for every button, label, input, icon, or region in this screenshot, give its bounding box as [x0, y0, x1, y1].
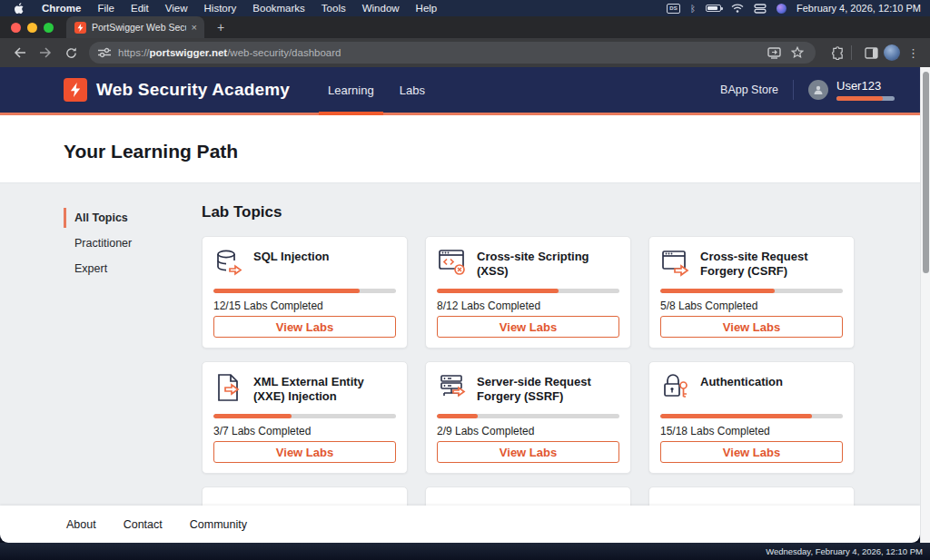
view-labs-button[interactable]: View Labs — [660, 316, 843, 338]
menu-view[interactable]: View — [157, 3, 196, 14]
siri-icon[interactable] — [777, 4, 787, 14]
database-arrow-icon — [213, 247, 244, 278]
side-panel-icon[interactable] — [862, 44, 880, 62]
document-arrow-icon — [213, 372, 244, 403]
progress-bar — [213, 414, 396, 418]
screen: Chrome File Edit View History Bookmarks … — [0, 0, 930, 560]
bottom-status-bar: Wednesday, February 4, 2026, 12:10 PM — [0, 543, 930, 560]
user-progress-bar — [836, 96, 895, 101]
menu-file[interactable]: File — [89, 3, 123, 14]
menu-tools[interactable]: Tools — [313, 3, 354, 14]
view-labs-button[interactable]: View Labs — [437, 316, 619, 338]
apple-menu-icon[interactable] — [15, 3, 25, 15]
browser-tab[interactable]: PortSwigger Web Security × — [66, 16, 204, 38]
card-partial — [648, 486, 855, 506]
view-labs-button[interactable]: View Labs — [213, 316, 396, 338]
browser-arrow-icon — [660, 247, 691, 278]
footer-link-about[interactable]: About — [66, 518, 96, 531]
control-center-icon[interactable] — [754, 4, 767, 14]
view-labs-button[interactable]: View Labs — [660, 441, 843, 463]
wifi-icon[interactable] — [731, 4, 744, 13]
nav-labs[interactable]: Labs — [387, 67, 438, 113]
progress-label: 8/12 Labs Completed — [437, 300, 619, 312]
progress-label: 15/18 Labs Completed — [660, 425, 843, 437]
macos-menu-bar: Chrome File Edit View History Bookmarks … — [0, 0, 930, 16]
scrollbar-thumb[interactable] — [923, 72, 929, 273]
site-nav: Learning Labs — [315, 67, 438, 113]
nav-learning[interactable]: Learning — [315, 67, 387, 113]
progress-bar — [437, 289, 619, 293]
browser-profile-avatar[interactable] — [884, 44, 900, 61]
menu-chrome[interactable]: Chrome — [34, 3, 89, 14]
back-icon[interactable] — [10, 43, 30, 63]
main-content: All Topics Practitioner Expert Lab Topic… — [0, 183, 920, 506]
lab-topics-grid: SQL Injection 12/15 Labs Completed View … — [202, 236, 920, 506]
footer-link-contact[interactable]: Contact — [124, 518, 163, 531]
input-source-icon[interactable]: DS — [667, 4, 680, 14]
card-authentication: Authentication 15/18 Labs Completed View… — [648, 361, 855, 474]
card-partial — [202, 486, 408, 506]
tab-close-icon[interactable]: × — [192, 23, 197, 33]
browser-code-error-icon — [437, 247, 468, 278]
sidebar-item-practitioner[interactable]: Practitioner — [64, 231, 202, 256]
view-labs-button[interactable]: View Labs — [437, 441, 619, 463]
url-text: https://portswigger.net/web-security/das… — [118, 47, 759, 58]
lock-key-icon — [660, 372, 691, 403]
progress-bar — [213, 289, 396, 293]
sidebar-item-expert[interactable]: Expert — [64, 256, 202, 281]
user-avatar[interactable] — [808, 80, 828, 100]
cast-icon[interactable] — [765, 44, 783, 62]
progress-bar — [437, 414, 619, 418]
reload-icon[interactable] — [61, 43, 81, 63]
bapp-store-link[interactable]: BApp Store — [720, 84, 778, 96]
browser-menu-icon[interactable]: ⋮ — [907, 46, 919, 60]
browser-toolbar: https://portswigger.net/web-security/das… — [0, 38, 930, 67]
card-csrf: Cross-site Request Forgery (CSRF) 5/8 La… — [648, 236, 855, 349]
close-window-button[interactable] — [11, 23, 21, 33]
progress-bar — [660, 289, 843, 293]
card-ssrf: Server-side Request Forgery (SSRF) 2/9 L… — [425, 361, 631, 474]
new-tab-button[interactable]: + — [217, 20, 224, 34]
progress-bar — [660, 414, 843, 418]
footer-link-community[interactable]: Community — [190, 518, 247, 531]
header-divider — [793, 80, 794, 100]
site-footer: About Contact Community — [0, 506, 920, 543]
sidebar-item-all-topics[interactable]: All Topics — [64, 205, 202, 231]
card-xss: Cross-site Scripting (XSS) 8/12 Labs Com… — [425, 236, 631, 349]
battery-icon[interactable] — [706, 5, 721, 12]
card-sql-injection: SQL Injection 12/15 Labs Completed View … — [202, 236, 408, 349]
minimize-window-button[interactable] — [27, 23, 37, 33]
view-labs-button[interactable]: View Labs — [213, 441, 396, 463]
brand-title[interactable]: Web Security Academy — [96, 80, 290, 100]
zoom-window-button[interactable] — [44, 23, 54, 33]
address-bar[interactable]: https://portswigger.net/web-security/das… — [89, 42, 816, 64]
progress-label: 5/8 Labs Completed — [660, 300, 843, 312]
card-xxe: XML External Entity (XXE) Injection 3/7 … — [202, 361, 408, 474]
status-datetime: Wednesday, February 4, 2026, 12:10 PM — [766, 546, 923, 556]
bluetooth-icon[interactable]: ᛒ — [690, 4, 696, 14]
card-partial — [425, 486, 631, 506]
menu-history[interactable]: History — [196, 3, 245, 14]
tab-title: PortSwigger Web Security — [92, 22, 186, 33]
progress-label: 12/15 Labs Completed — [213, 300, 396, 312]
menu-help[interactable]: Help — [408, 3, 446, 14]
toolbar-divider — [851, 45, 852, 60]
menubar-datetime[interactable]: February 4, 2026, 12:10 PM — [796, 3, 921, 14]
page-title-band: Your Learning Path — [0, 115, 920, 183]
menu-window[interactable]: Window — [354, 3, 408, 14]
site-header: Web Security Academy Learning Labs BApp … — [0, 67, 920, 115]
forward-icon[interactable] — [35, 43, 55, 63]
tab-strip: PortSwigger Web Security × + — [0, 16, 930, 38]
section-title: Lab Topics — [202, 203, 920, 221]
progress-label: 3/7 Labs Completed — [213, 425, 396, 437]
menu-bookmarks[interactable]: Bookmarks — [244, 3, 313, 14]
extensions-puzzle-icon[interactable] — [828, 44, 846, 62]
bookmark-star-icon[interactable] — [788, 44, 806, 62]
sidebar: All Topics Practitioner Expert — [64, 183, 202, 506]
site-settings-icon[interactable] — [98, 47, 111, 58]
username[interactable]: User123 — [836, 79, 895, 93]
menu-edit[interactable]: Edit — [123, 3, 157, 14]
portswigger-favicon — [74, 22, 86, 34]
academy-logo-icon[interactable] — [64, 78, 87, 102]
scrollbar-track[interactable] — [920, 67, 930, 543]
